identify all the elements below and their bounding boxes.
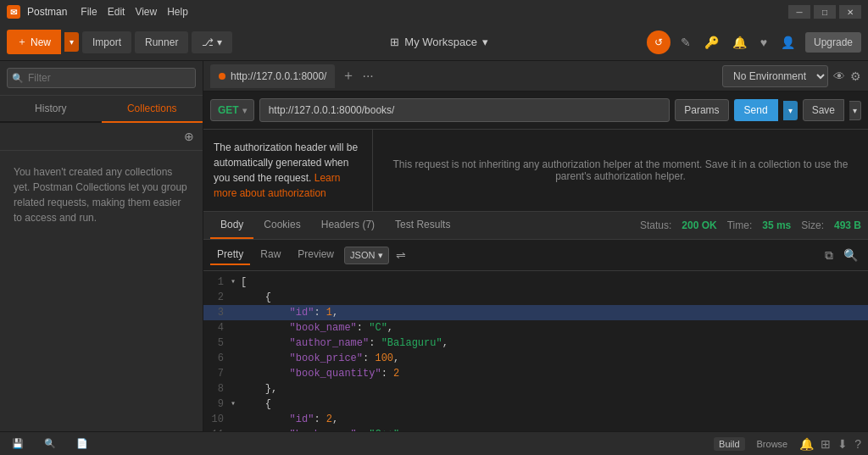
import-collection-button[interactable]: ⊕ bbox=[182, 128, 196, 145]
size-value: 493 B bbox=[834, 219, 861, 231]
add-tab-button[interactable]: ＋ bbox=[338, 67, 359, 85]
body-tab-preview[interactable]: Preview bbox=[291, 245, 341, 265]
status-label: Status: bbox=[640, 219, 671, 231]
eye-icon[interactable]: 👁 bbox=[833, 69, 845, 83]
sync-icon[interactable]: ↺ bbox=[647, 31, 670, 54]
body-tab-raw[interactable]: Raw bbox=[253, 245, 287, 265]
menu-edit[interactable]: Edit bbox=[108, 6, 125, 18]
runner-button[interactable]: Runner bbox=[135, 31, 188, 53]
save-button[interactable]: Save bbox=[803, 99, 844, 121]
toolbar-right: ↺ ✎ 🔑 🔔 ♥ 👤 Upgrade bbox=[647, 31, 861, 54]
table-row: 11 "book_name": "C++", bbox=[203, 427, 868, 431]
new-dropdown-button[interactable]: ▾ bbox=[64, 32, 79, 52]
menu-help[interactable]: Help bbox=[167, 6, 188, 18]
time-label: Time: bbox=[727, 219, 753, 231]
user-icon[interactable]: 👤 bbox=[777, 32, 798, 53]
minimize-button[interactable]: ─ bbox=[788, 5, 810, 19]
sidebar: 🔍 History Collections ⊕ You haven't crea… bbox=[0, 61, 203, 431]
table-row: 5 "author_name": "Balaguru", bbox=[203, 336, 868, 351]
menu-view[interactable]: View bbox=[135, 6, 157, 18]
line-content: "id": 2, bbox=[237, 412, 868, 427]
statusbar-grid-icon[interactable]: ⊞ bbox=[821, 437, 831, 451]
close-button[interactable]: ✕ bbox=[839, 5, 861, 19]
send-button[interactable]: Send bbox=[734, 99, 778, 121]
line-number: 10 bbox=[203, 412, 231, 427]
line-number: 2 bbox=[203, 290, 231, 305]
statusbar-icon1[interactable]: 🔔 bbox=[799, 437, 814, 451]
line-content: "author_name": "Balaguru", bbox=[237, 336, 868, 351]
resp-tab-tests[interactable]: Test Results bbox=[385, 212, 460, 239]
statusbar-right: Build Browse 🔔 ⊞ ⬇ ? bbox=[714, 437, 861, 451]
key-icon[interactable]: 🔑 bbox=[701, 32, 722, 53]
line-content: "id": 1, bbox=[237, 305, 868, 320]
tabs-bar: http://127.0.0.1:8000/ ＋ ··· No Environm… bbox=[203, 61, 868, 92]
upgrade-button[interactable]: Upgrade bbox=[805, 32, 861, 53]
params-button[interactable]: Params bbox=[675, 99, 728, 121]
resp-tab-body[interactable]: Body bbox=[210, 212, 253, 239]
time-value: 35 ms bbox=[762, 219, 791, 231]
resp-tab-cookies[interactable]: Cookies bbox=[253, 212, 310, 239]
menu-file[interactable]: File bbox=[81, 6, 97, 18]
copy-icon[interactable]: ⧉ bbox=[821, 247, 837, 264]
line-marker: ▾ bbox=[231, 275, 237, 290]
more-tabs-button[interactable]: ··· bbox=[362, 69, 373, 84]
line-content: "book_quantity": 2 bbox=[237, 366, 868, 381]
save-dropdown-button[interactable]: ▾ bbox=[849, 101, 861, 120]
build-button[interactable]: Build bbox=[714, 437, 744, 451]
line-number: 3 bbox=[203, 305, 231, 320]
maximize-button[interactable]: □ bbox=[814, 5, 836, 19]
line-number: 6 bbox=[203, 351, 231, 366]
table-row: 2 { bbox=[203, 290, 868, 305]
response-tabs: Body Cookies Headers (7) Test Results St… bbox=[203, 212, 868, 240]
statusbar-docs-icon[interactable]: 📄 bbox=[71, 436, 93, 451]
statusbar: 💾 🔍 📄 Build Browse 🔔 ⊞ ⬇ ? bbox=[0, 431, 868, 455]
send-dropdown-button[interactable]: ▾ bbox=[783, 101, 798, 120]
wrap-icon[interactable]: ⇌ bbox=[392, 247, 409, 264]
workspace-selector[interactable]: ⊞ My Workspace ▾ bbox=[383, 32, 495, 52]
heart-icon[interactable]: ♥ bbox=[757, 32, 771, 53]
resp-tab-headers[interactable]: Headers (7) bbox=[311, 212, 385, 239]
statusbar-search-icon[interactable]: 🔍 bbox=[39, 436, 61, 451]
filter-input[interactable] bbox=[7, 68, 196, 88]
content-area: http://127.0.0.1:8000/ ＋ ··· No Environm… bbox=[203, 61, 868, 431]
line-number: 5 bbox=[203, 336, 231, 351]
window-controls: ─ □ ✕ bbox=[788, 5, 861, 19]
active-tab[interactable]: http://127.0.0.1:8000/ bbox=[210, 64, 335, 88]
table-row: 1▾[ bbox=[203, 275, 868, 290]
browse-button[interactable]: Browse bbox=[752, 437, 793, 451]
environment-area: No Environment 👁 ⚙ bbox=[722, 65, 861, 87]
body-tab-pretty[interactable]: Pretty bbox=[210, 245, 250, 265]
settings-icon[interactable]: ⚙ bbox=[850, 69, 861, 83]
plus-icon: ＋ bbox=[17, 35, 27, 49]
format-chevron-icon: ▾ bbox=[378, 250, 383, 261]
tab-history[interactable]: History bbox=[0, 96, 102, 123]
sidebar-empty-state: You haven't created any collections yet.… bbox=[0, 151, 203, 431]
search-response-icon[interactable]: 🔍 bbox=[840, 247, 861, 264]
line-number: 9 bbox=[203, 397, 231, 412]
line-content: "book_name": "C++", bbox=[237, 427, 868, 431]
auth-area: The authorization header will be automat… bbox=[203, 130, 868, 212]
new-button[interactable]: ＋ New bbox=[7, 30, 61, 54]
line-content: "book_price": 100, bbox=[237, 351, 868, 366]
format-selector[interactable]: JSON ▾ bbox=[344, 247, 389, 264]
git-button[interactable]: ⎇ ▾ bbox=[192, 31, 231, 53]
pen-icon[interactable]: ✎ bbox=[677, 32, 694, 53]
environment-selector[interactable]: No Environment bbox=[722, 65, 828, 87]
statusbar-icon3[interactable]: ⬇ bbox=[837, 437, 848, 451]
method-select[interactable]: GET ▾ bbox=[210, 99, 254, 121]
statusbar-help-icon[interactable]: ? bbox=[854, 437, 861, 451]
line-content: [ bbox=[237, 275, 868, 290]
line-number: 11 bbox=[203, 427, 231, 431]
sidebar-tabs: History Collections bbox=[0, 96, 203, 123]
response-body: Pretty Raw Preview JSON ▾ ⇌ ⧉ 🔍 1▾[2 bbox=[203, 240, 868, 431]
request-bar: GET ▾ Params Send ▾ Save ▾ bbox=[203, 92, 868, 130]
bell-icon[interactable]: 🔔 bbox=[729, 32, 750, 53]
line-marker: ▾ bbox=[231, 397, 237, 412]
body-toolbar: Pretty Raw Preview JSON ▾ ⇌ ⧉ 🔍 bbox=[203, 240, 868, 271]
sidebar-search-area: 🔍 bbox=[0, 61, 203, 96]
import-button[interactable]: Import bbox=[82, 31, 131, 53]
statusbar-save-icon[interactable]: 💾 bbox=[7, 436, 29, 451]
url-input[interactable] bbox=[259, 98, 670, 122]
method-chevron-icon: ▾ bbox=[242, 106, 247, 115]
tab-collections[interactable]: Collections bbox=[102, 96, 203, 123]
